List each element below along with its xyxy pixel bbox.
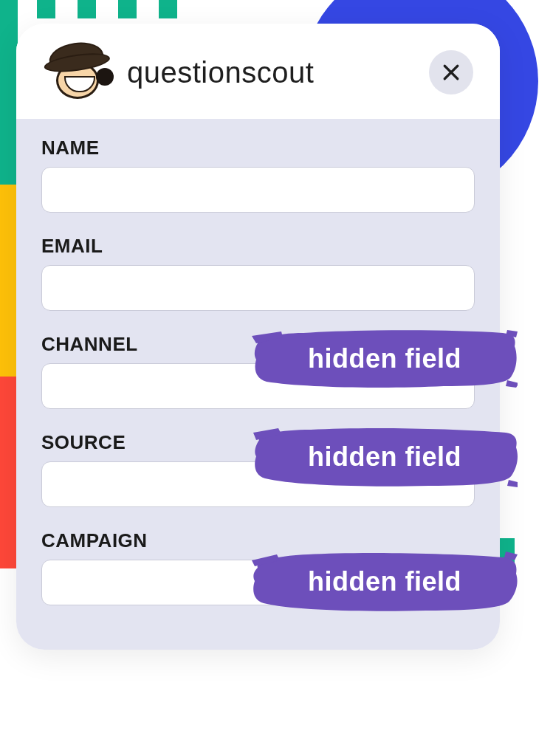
name-input[interactable] [41, 167, 475, 213]
decor-yellow-bar [0, 185, 18, 377]
field-label-channel: CHANNEL [41, 333, 475, 356]
field-label-name: NAME [41, 137, 475, 159]
campaign-input[interactable] [41, 560, 475, 605]
scout-avatar-icon [52, 46, 111, 99]
field-channel: CHANNEL hidden field [41, 333, 475, 409]
field-label-email: EMAIL [41, 235, 475, 258]
modal-body: NAME EMAIL CHANNEL hidden field SOURCE [16, 119, 500, 650]
close-icon [440, 61, 462, 83]
decor-red-bar [0, 377, 18, 568]
field-label-campaign: CAMPAIGN [41, 529, 475, 552]
decor-green-dots [37, 0, 177, 18]
brand-name: questionscout [127, 56, 314, 89]
channel-input[interactable] [41, 363, 475, 409]
modal-header: questionscout [16, 24, 500, 119]
field-name: NAME [41, 137, 475, 213]
source-input[interactable] [41, 461, 475, 507]
brand: questionscout [52, 46, 314, 99]
field-email: EMAIL [41, 235, 475, 311]
close-button[interactable] [429, 50, 473, 94]
decor-green-right [498, 538, 515, 575]
email-input[interactable] [41, 265, 475, 311]
field-label-source: SOURCE [41, 431, 475, 454]
field-source: SOURCE hidden field [41, 431, 475, 507]
decor-green-bar [0, 0, 18, 185]
field-campaign: CAMPAIGN hidden field [41, 529, 475, 605]
form-modal: questionscout NAME EMAIL CHANNEL [16, 24, 500, 650]
